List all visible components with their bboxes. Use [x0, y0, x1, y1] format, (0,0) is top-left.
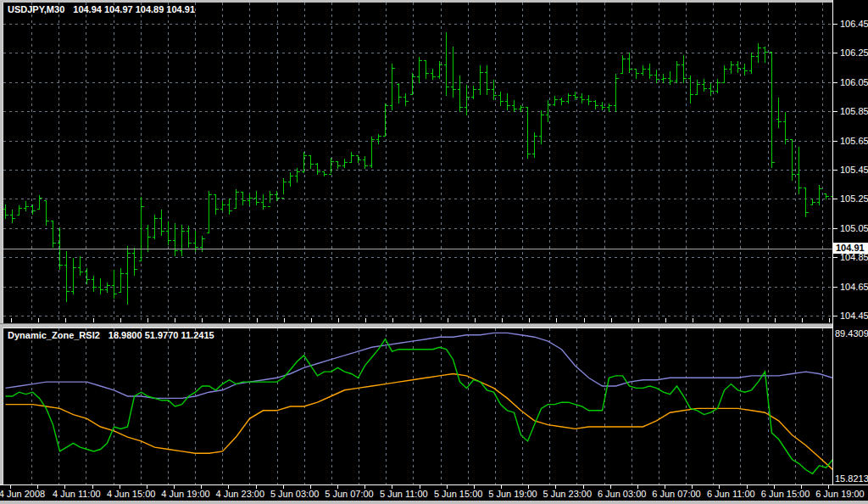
- indicator-panel[interactable]: Dynamic_Zone_RSI218.9800 51.9770 11.2415: [3, 328, 832, 484]
- price-label: 104.45: [840, 311, 868, 321]
- price-tick: [833, 257, 837, 258]
- time-label: 5 Jun 03:00: [265, 489, 325, 499]
- price-tick: [833, 228, 837, 229]
- main-chart-panel[interactable]: USDJPY,M30104.94 104.97 104.89 104.91: [3, 3, 833, 323]
- indicator-name: Dynamic_Zone_RSI2: [8, 330, 100, 340]
- price-tick: [833, 170, 837, 171]
- price-chart-canvas: [3, 3, 833, 323]
- time-label: 5 Jun 11:00: [374, 489, 433, 499]
- time-label: 5 Jun 19:00: [483, 489, 542, 499]
- lower-zone-line: [6, 374, 833, 470]
- current-price-line: [3, 249, 833, 249]
- price-label: 105.65: [840, 136, 868, 146]
- chart-ohlc-values: 104.94 104.97 104.89 104.91: [73, 4, 195, 14]
- price-axis[interactable]: 104.91 89.4309 15.8213 106.45106.25106.0…: [832, 0, 868, 484]
- time-label: 4 Jun 11:00: [47, 489, 106, 499]
- price-label: 105.85: [840, 106, 868, 116]
- time-label: 6 Jun 03:00: [593, 489, 652, 499]
- time-label: 5 Jun 07:00: [320, 489, 379, 499]
- price-label: 105.05: [840, 223, 868, 233]
- price-label: 106.05: [840, 77, 868, 87]
- chart-symbol-period: USDJPY,M30: [8, 4, 64, 14]
- time-label: 6 Jun 11:00: [701, 489, 760, 499]
- price-tick: [833, 199, 837, 199]
- time-label: 5 Jun 15:00: [429, 489, 488, 499]
- price-tick: [833, 287, 837, 288]
- time-label: 4 Jun 15:00: [102, 489, 161, 499]
- price-tick: [833, 141, 837, 142]
- window-bottom-edge: [0, 501, 868, 504]
- price-label: 106.45: [840, 19, 868, 29]
- indicator-scale-min: 15.8213: [835, 473, 868, 484]
- price-tick: [833, 316, 837, 316]
- time-label: 6 Jun 19:00: [810, 489, 868, 499]
- rsi-line: [6, 339, 833, 474]
- time-label: 4 Jun 19:00: [156, 489, 215, 499]
- time-label: 6 Jun 15:00: [756, 489, 815, 499]
- upper-zone-line: [6, 333, 833, 398]
- chart-title: USDJPY,M30104.94 104.97 104.89 104.91: [8, 4, 195, 14]
- price-label: 106.25: [840, 48, 868, 58]
- time-label: 4 Jun 23:00: [210, 489, 270, 499]
- ohlc-bars: [3, 32, 833, 305]
- price-tick: [833, 82, 837, 83]
- time-label: 5 Jun 23:00: [537, 489, 597, 499]
- terminal-chart-window: USDJPY,M30104.94 104.97 104.89 104.91 Dy…: [0, 0, 868, 504]
- time-label: 4 Jun 2008: [0, 489, 52, 499]
- price-label: 105.45: [840, 165, 868, 175]
- price-tick: [833, 53, 837, 53]
- price-label: 104.85: [840, 252, 868, 262]
- price-label: 104.65: [840, 282, 868, 292]
- indicator-values: 18.9800 51.9770 11.2415: [108, 330, 214, 340]
- indicator-title: Dynamic_Zone_RSI218.9800 51.9770 11.2415: [8, 330, 214, 340]
- indicator-scale-max: 89.4309: [835, 328, 868, 339]
- indicator-canvas: [3, 328, 832, 484]
- price-tick: [833, 111, 837, 112]
- price-tick: [833, 24, 837, 25]
- time-label: 6 Jun 07:00: [647, 489, 706, 499]
- time-axis[interactable]: 4 Jun 20084 Jun 11:004 Jun 15:004 Jun 19…: [0, 484, 868, 501]
- price-label: 105.25: [840, 193, 868, 204]
